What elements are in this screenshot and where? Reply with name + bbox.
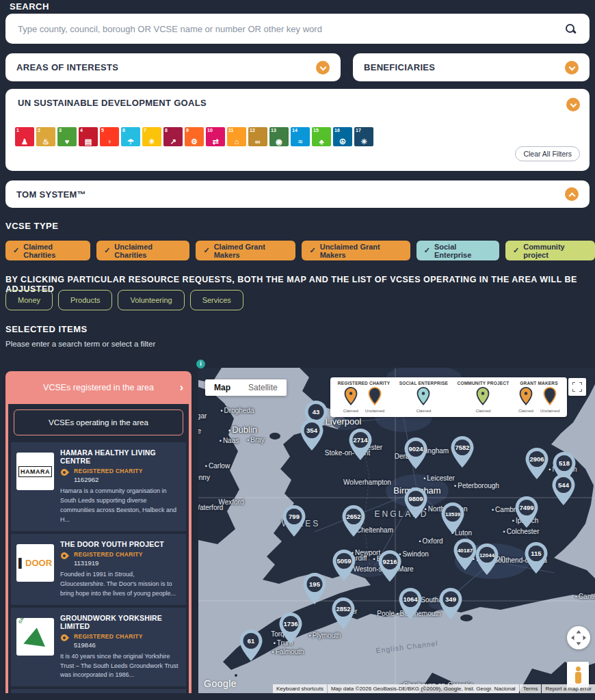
sdg-tile-9[interactable]: 9⚙ (185, 127, 204, 146)
terms-link[interactable]: Terms (520, 684, 542, 693)
vcse-type-unclaimed-charities[interactable]: ✓Unclaimed Charities (96, 241, 189, 260)
sdg-tile-4[interactable]: 4▤ (79, 127, 98, 146)
resource-button-volunteering[interactable]: Volunteering (118, 290, 184, 310)
vcse-type-social-enterprise[interactable]: ✓Social Enterprise (416, 241, 499, 260)
sdg-tile-1[interactable]: 1♟ (15, 127, 34, 146)
sdg-tile-10[interactable]: 10⇄ (206, 127, 225, 146)
map-city-label: •Swindon (399, 550, 429, 558)
map-cluster-pin[interactable]: 1736 (278, 612, 304, 649)
beneficiaries-dropdown[interactable]: BENEFICIARIES (353, 53, 590, 81)
sdg-tile-14[interactable]: 14≈ (291, 127, 310, 146)
list-item[interactable]: GROUNDWORKGROUNDWORK YORKSHIRE LIMITEDRE… (11, 608, 186, 687)
sdg-tile-13[interactable]: 13◉ (269, 127, 289, 146)
chevron-up-icon[interactable] (565, 187, 579, 201)
sdg-number: 16 (334, 128, 340, 133)
report-map-error-link[interactable]: Report a map error (542, 684, 595, 693)
map-cluster-pin[interactable]: 544 (551, 473, 577, 510)
map-cluster-pin[interactable]: 12044 (474, 543, 500, 580)
areas-of-interests-dropdown[interactable]: AREAS OF INTERESTS (5, 53, 341, 81)
vcse-type-claimed-charities[interactable]: ✓Claimed Charities (5, 241, 90, 260)
legend-pin-unclaimed: Unclaimed (540, 387, 559, 413)
charity-name: GROUNDWORK YORKSHIRE LIMITED (60, 614, 181, 630)
keyboard-shortcuts-link[interactable]: Keyboard shortcuts (273, 684, 327, 693)
legend-group: COMMUNITY PROJECTClaimed (458, 381, 510, 415)
sdg-tile-row: 1♟2♨3♥4▤5♀6☂7☀8↗9⚙10⇄11⌂12∞13◉14≈15♣16☮1… (15, 127, 373, 146)
sdg-tile-12[interactable]: 12∞ (248, 127, 267, 146)
vcses-operating-button[interactable]: VCSEs operating in the area (14, 409, 183, 435)
svg-text:799: 799 (289, 513, 300, 520)
vcse-type-unclaimed-grant-makers[interactable]: ✓Unclaimed Grant Makers (302, 241, 410, 260)
chevron-down-icon[interactable] (566, 98, 580, 111)
tom-system-panel[interactable]: TOM SYSTEM™ (5, 180, 590, 208)
sdg-tile-17[interactable]: 17✳ (354, 127, 373, 146)
charity-logo: HAMARA (16, 453, 54, 490)
map-data-text: Map data ©2026 GeoBasis-DE/BKG (©2009), … (328, 684, 519, 693)
map-type-map-button[interactable]: Map (205, 379, 239, 396)
map-cluster-pin[interactable]: 2906 (524, 447, 550, 484)
info-icon[interactable]: i (196, 360, 205, 368)
sdg-tile-5[interactable]: 5♀ (100, 127, 119, 146)
sdg-tile-16[interactable]: 16☮ (333, 127, 352, 146)
search-input[interactable] (5, 24, 566, 34)
sdg-tile-2[interactable]: 2♨ (36, 127, 55, 146)
search-icon[interactable] (566, 24, 576, 34)
map-cluster-pin[interactable]: 799 (281, 504, 307, 541)
resource-button-money[interactable]: Money (5, 290, 53, 310)
map-type-satellite-button[interactable]: Satellite (239, 379, 287, 396)
sdg-tile-8[interactable]: 8↗ (163, 127, 183, 146)
svg-text:518: 518 (559, 459, 570, 467)
list-item[interactable]: SMARTWORKSSMART WORKS LEEDSREGISTERED CH… (11, 689, 186, 693)
map-cluster-pin[interactable]: 2714 (347, 428, 373, 465)
chevron-down-icon[interactable] (565, 61, 579, 75)
map-cluster-pin[interactable]: 195 (302, 572, 328, 609)
map-cluster-pin[interactable]: 7582 (449, 435, 475, 472)
vcse-type-claimed-grant-makers[interactable]: ✓Claimed Grant Makers (196, 241, 295, 260)
resource-button-products[interactable]: Products (58, 290, 112, 310)
map-city-label: •Waterford (198, 504, 223, 511)
chevron-down-icon[interactable] (316, 61, 330, 75)
clear-all-filters-button[interactable]: Clear All Filters (515, 146, 580, 161)
sdg-goal-icon: ☂ (121, 137, 140, 146)
city-dot: • (423, 475, 425, 482)
pan-control[interactable] (567, 626, 590, 649)
map-cluster-pin[interactable]: 2652 (341, 504, 367, 541)
fullscreen-button[interactable] (568, 378, 586, 396)
map-cluster-pin[interactable]: 9809 (403, 487, 429, 524)
map-cluster-pin[interactable]: 354 (299, 418, 325, 455)
map-cluster-pin[interactable]: 9024 (403, 437, 429, 474)
map-cluster-pin[interactable]: 2852 (330, 597, 356, 634)
sdg-goal-icon: ▤ (79, 137, 98, 146)
google-logo: Google (204, 678, 237, 689)
tom-system-label: TOM SYSTEM™ (16, 189, 565, 200)
city-dot: • (274, 640, 276, 647)
map-type-control[interactable]: Map Satellite (205, 379, 287, 396)
map-cluster-pin[interactable]: 115 (523, 541, 549, 578)
map-cluster-pin[interactable]: 9216 (377, 550, 403, 587)
sdg-tile-6[interactable]: 6☂ (121, 127, 140, 146)
map-cluster-pin[interactable]: 61 (238, 629, 264, 666)
sdg-tile-15[interactable]: 15♣ (312, 127, 331, 146)
map-cluster-pin[interactable]: 13539 (440, 502, 466, 539)
sdg-tile-3[interactable]: 3♥ (57, 127, 77, 146)
vcses-registered-header[interactable]: VCSEs registered in the area › (5, 371, 191, 404)
location-pin-icon (60, 551, 69, 561)
svg-text:2652: 2652 (346, 513, 360, 520)
vcse-type-community-project[interactable]: ✓Community project (505, 241, 595, 260)
vcse-list-panel: VCSEs registered in the area › VCSEs ope… (5, 371, 191, 693)
map-container[interactable]: •Drogheda•Dublin•Naas•BrayMullingarTulla… (198, 368, 595, 693)
map-cluster-pin[interactable]: 1064 (397, 587, 423, 624)
city-dot: • (247, 437, 249, 444)
resource-button-services[interactable]: Services (190, 290, 243, 310)
map-cluster-pin[interactable]: 5059 (331, 549, 357, 586)
sdg-tile-7[interactable]: 7☀ (142, 127, 161, 146)
city-dot: • (205, 463, 207, 470)
legend-group: GRANT MAKERSClaimedUnclaimed (518, 381, 559, 415)
areas-of-interests-label: AREAS OF INTERESTS (16, 62, 316, 72)
map-cluster-pin[interactable]: 7499 (514, 496, 540, 533)
list-item[interactable]: HAMARAHAMARA HEALTHY LIVING CENTREREGIST… (11, 442, 186, 531)
list-item[interactable]: ▌DOORTHE DOOR YOUTH PROJECTREGISTERED CH… (11, 534, 186, 605)
map-city-label: •Carlow (205, 462, 230, 470)
badge-col: REGISTERED CHARITY1131919 (74, 551, 143, 567)
map-cluster-pin[interactable]: 349 (438, 587, 464, 624)
sdg-tile-11[interactable]: 11⌂ (227, 127, 246, 146)
